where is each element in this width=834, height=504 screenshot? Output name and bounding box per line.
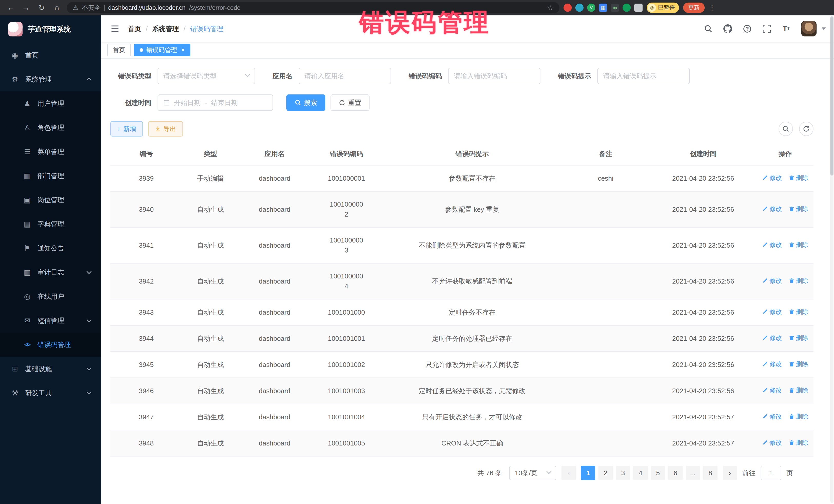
- extension-check-icon[interactable]: V: [587, 4, 595, 12]
- edit-link[interactable]: 修改: [762, 204, 782, 214]
- add-button-label: 新增: [124, 125, 136, 133]
- edit-link[interactable]: 修改: [762, 240, 782, 249]
- sidebar-item-menu-management[interactable]: ☰菜单管理: [0, 139, 101, 164]
- table-row: 3939 手动编辑 dashboard 1001000001 参数配置不存在 c…: [110, 165, 813, 192]
- pager-page-4[interactable]: 4: [633, 466, 648, 480]
- edit-link-label: 修改: [769, 204, 782, 214]
- page-scrollbar[interactable]: [830, 17, 833, 503]
- cell-type: 自动生成: [182, 404, 239, 430]
- delete-link[interactable]: 删除: [789, 276, 808, 285]
- edit-link[interactable]: 修改: [762, 173, 782, 182]
- edit-link[interactable]: 修改: [762, 359, 782, 369]
- delete-link[interactable]: 删除: [789, 204, 808, 214]
- extension-red-icon[interactable]: [564, 4, 572, 12]
- app-name-input[interactable]: [304, 72, 386, 80]
- sidebar-item-online-users[interactable]: ◎在线用户: [0, 284, 101, 308]
- pager-prev-button[interactable]: ‹: [562, 466, 576, 480]
- sidebar-item-label: 岗位管理: [38, 196, 64, 204]
- chevron-down-icon[interactable]: [822, 27, 826, 30]
- breadcrumb-system[interactable]: 系统管理: [152, 24, 179, 34]
- pager-next-button[interactable]: ›: [723, 466, 737, 480]
- help-icon[interactable]: ?: [743, 24, 752, 34]
- breadcrumb: 首页 / 系统管理 / 错误码管理: [128, 24, 223, 34]
- bookmark-star-icon[interactable]: ☆: [547, 4, 553, 12]
- sidebar-item-role-management[interactable]: ♙角色管理: [0, 115, 101, 139]
- delete-link[interactable]: 删除: [789, 386, 808, 395]
- browser-update-button[interactable]: 更新: [683, 3, 705, 13]
- edit-link[interactable]: 修改: [762, 412, 782, 421]
- delete-link[interactable]: 删除: [789, 438, 808, 447]
- toggle-search-icon[interactable]: [778, 122, 793, 136]
- sidebar-item-system-management[interactable]: ⚙系统管理: [0, 67, 101, 91]
- tab-home[interactable]: 首页: [107, 44, 131, 56]
- edit-link[interactable]: 修改: [762, 333, 782, 343]
- extension-on-icon[interactable]: on: [611, 4, 619, 12]
- edit-link[interactable]: 修改: [762, 307, 782, 316]
- app-logo[interactable]: 芋道管理系统: [0, 15, 101, 43]
- error-code-input[interactable]: [454, 72, 535, 80]
- pager-page-8[interactable]: 8: [703, 466, 718, 480]
- search-icon[interactable]: [704, 24, 713, 34]
- browser-profile-button[interactable]: ☺ 已暂停: [647, 3, 679, 13]
- pager-ellipsis[interactable]: ...: [686, 466, 700, 480]
- user-avatar[interactable]: [801, 21, 816, 37]
- error-hint-input[interactable]: [603, 72, 684, 80]
- pager-page-6[interactable]: 6: [668, 466, 683, 480]
- sidebar-item-notice-announcement[interactable]: ⚑通知公告: [0, 236, 101, 260]
- reset-button[interactable]: 重置: [331, 94, 370, 111]
- delete-link[interactable]: 删除: [789, 307, 808, 316]
- extension-grid-icon[interactable]: ▦: [599, 4, 607, 12]
- refresh-icon[interactable]: [799, 122, 813, 136]
- add-button[interactable]: + 新增: [110, 121, 143, 136]
- scrollbar-thumb[interactable]: [830, 17, 833, 176]
- sidebar-item-dict-management[interactable]: ▤字典管理: [0, 212, 101, 236]
- error-type-select[interactable]: 请选择错误码类型: [158, 68, 255, 84]
- edit-link-label: 修改: [769, 359, 782, 369]
- fullscreen-icon[interactable]: [762, 24, 771, 34]
- sidebar-item-error-code-management[interactable]: </>错误码管理: [0, 333, 101, 357]
- edit-link[interactable]: 修改: [762, 276, 782, 285]
- edit-link[interactable]: 修改: [762, 386, 782, 395]
- date-range-picker[interactable]: 开始日期 - 结束日期: [158, 94, 273, 111]
- sidebar-item-dev-tools[interactable]: ⚒研发工具: [0, 381, 101, 405]
- tab-close-icon[interactable]: ×: [181, 47, 185, 53]
- delete-link[interactable]: 删除: [789, 240, 808, 249]
- divider: [104, 5, 105, 11]
- delete-link-label: 删除: [796, 307, 808, 316]
- extensions-puzzle-icon[interactable]: [634, 4, 642, 12]
- edit-link[interactable]: 修改: [762, 438, 782, 447]
- pager-page-2[interactable]: 2: [598, 466, 613, 480]
- home-icon[interactable]: ⌂: [51, 2, 63, 13]
- github-icon[interactable]: [723, 24, 732, 34]
- sidebar-item-sms-management[interactable]: ✉短信管理: [0, 308, 101, 333]
- search-button[interactable]: 搜索: [286, 94, 325, 111]
- chevron-down-icon: [245, 72, 250, 77]
- goto-page-input[interactable]: [761, 466, 781, 480]
- tab-error-code[interactable]: 错误码管理 ×: [134, 44, 191, 56]
- cell-type: 自动生成: [182, 227, 239, 263]
- delete-link[interactable]: 删除: [789, 333, 808, 343]
- pager-page-1[interactable]: 1: [581, 466, 595, 480]
- sidebar-item-home[interactable]: ◉首页: [0, 43, 101, 67]
- sidebar-item-post-management[interactable]: ▣岗位管理: [0, 188, 101, 212]
- pager-page-3[interactable]: 3: [616, 466, 630, 480]
- delete-link[interactable]: 删除: [789, 412, 808, 421]
- delete-link[interactable]: 删除: [789, 359, 808, 369]
- page-size-select[interactable]: 10条/页: [509, 466, 556, 480]
- browser-menu-icon[interactable]: ⋮: [709, 4, 716, 12]
- hamburger-icon[interactable]: [109, 23, 120, 35]
- sidebar-item-audit-log[interactable]: ▥审计日志: [0, 260, 101, 284]
- font-size-icon[interactable]: TT: [782, 24, 791, 34]
- sidebar-item-infrastructure[interactable]: ⊞基础设施: [0, 357, 101, 381]
- sidebar-item-dept-management[interactable]: ▦部门管理: [0, 164, 101, 188]
- export-button[interactable]: 导出: [148, 121, 183, 136]
- back-icon[interactable]: ←: [5, 2, 17, 13]
- sidebar-item-user-management[interactable]: ♟用户管理: [0, 91, 101, 115]
- breadcrumb-home[interactable]: 首页: [128, 24, 141, 34]
- forward-icon[interactable]: →: [21, 2, 32, 13]
- extension-pin-icon[interactable]: [575, 4, 584, 12]
- delete-link[interactable]: 删除: [789, 173, 808, 182]
- pager-page-5[interactable]: 5: [651, 466, 665, 480]
- reload-icon[interactable]: ↻: [36, 2, 47, 13]
- extension-leaf-icon[interactable]: [622, 4, 631, 12]
